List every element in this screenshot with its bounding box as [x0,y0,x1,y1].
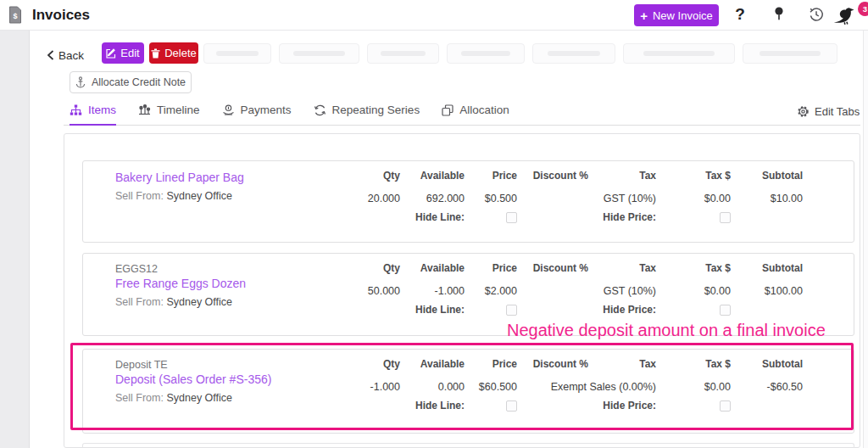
tab-timeline-label: Timeline [157,104,200,116]
hide-price-label: Hide Price: [517,211,656,223]
timeline-icon [138,104,151,116]
hide-price-label: Hide Price: [517,400,656,412]
question-mark-icon: ? [735,5,745,24]
hide-options: Hide Line: Hide Price: [328,400,803,412]
help-button[interactable]: ? [729,3,751,25]
tab-bar: Items Timeline Payments Repeating Series… [64,100,860,126]
column-headers: QtyAvailable PriceDiscount % TaxTax $ Su… [328,262,803,274]
tab-timeline[interactable]: Timeline [138,104,200,126]
product-sku: EGGS12 [115,262,246,276]
hide-line-label: Hide Line: [328,400,465,412]
repeat-icon [314,104,326,116]
trash-icon [151,48,160,59]
disabled-toolbar-button[interactable] [743,43,837,64]
notification-badge: 3 [858,2,868,16]
tab-items-label: Items [88,104,116,116]
line-item-card: Bakery Lined Paper Bag Sell From: Sydney… [82,160,854,243]
invoice-document-icon: $ [8,6,22,24]
items-panel: Bakery Lined Paper Bag Sell From: Sydney… [64,133,860,448]
disabled-toolbar-button[interactable] [623,43,735,64]
hide-price-checkbox[interactable] [720,305,731,316]
delete-button[interactable]: Delete [149,42,198,64]
back-button[interactable]: Back [47,45,84,65]
bird-icon [832,4,854,25]
price-value: $0.500 [465,193,517,204]
allocate-icon [75,76,86,88]
product-name-link[interactable]: Free Range Eggs Dozen [115,276,246,292]
disabled-toolbar-button[interactable] [279,43,359,64]
tab-payments[interactable]: Payments [222,104,292,126]
row-values: 50.000 -1.000 $2.000 GST (10%) $0.00 $10… [328,285,803,297]
tab-allocation-label: Allocation [459,104,509,116]
new-invoice-button[interactable]: + New Invoice [634,4,719,26]
available-value: 0.000 [400,381,465,393]
allocate-credit-note-label: Allocate Credit Note [92,76,186,88]
chevron-left-icon [47,50,54,60]
hide-options: Hide Line: Hide Price: [328,211,803,223]
product-name-link[interactable]: Bakery Lined Paper Bag [115,170,244,186]
available-value: 692.000 [400,193,465,204]
disabled-toolbar-button[interactable] [447,43,525,64]
allocate-credit-note-button[interactable]: Allocate Credit Note [70,71,192,93]
tab-repeating-series-label: Repeating Series [332,104,420,116]
tax-value: GST (10%) [588,193,656,204]
notifications-button[interactable] [832,3,854,25]
edit-pencil-icon [106,48,116,59]
column-headers: QtyAvailable PriceDiscount % TaxTax $ Su… [328,170,803,182]
sell-from: Sell From: Sydney Office [115,391,271,405]
pin-icon [772,6,786,23]
page-title: Invoices [32,7,90,24]
hide-line-checkbox[interactable] [506,305,517,316]
hide-price-checkbox[interactable] [720,400,731,412]
plus-icon: + [640,9,648,22]
disabled-toolbar-button[interactable] [203,43,271,64]
hide-line-checkbox[interactable] [506,212,517,223]
discount-value [517,285,588,297]
product-sku: Deposit TE [115,358,271,372]
back-label: Back [58,49,84,62]
product-name-link[interactable]: Deposit (Sales Order #S-356) [115,372,271,388]
sell-from: Sell From: Sydney Office [115,189,244,203]
sell-from: Sell From: Sydney Office [115,295,246,309]
tab-allocation[interactable]: Allocation [442,104,509,126]
edit-tabs-button[interactable]: Edit Tabs [797,105,860,118]
history-icon [808,6,825,23]
edit-button[interactable]: Edit [102,42,144,64]
subtotal-value: -$60.50 [731,381,803,393]
discount-value [517,193,588,204]
allocation-copy-icon [442,104,453,116]
subtotal-value: $100.00 [731,285,803,297]
hide-price-checkbox[interactable] [720,212,731,223]
disabled-toolbar-button[interactable] [532,43,615,64]
tax-amount-value: $0.00 [656,285,731,297]
hide-line-label: Hide Line: [328,304,465,316]
hide-line-label: Hide Line: [328,211,465,223]
history-button[interactable] [805,3,827,25]
svg-text:$: $ [13,12,17,20]
qty-value: 50.000 [328,285,400,297]
row-values: 20.000 692.000 $0.500 GST (10%) $0.00 $1… [328,193,803,204]
collapsed-sidebar [0,31,30,448]
qty-value: -1.000 [328,381,400,393]
annotation-text: Negative deposit amount on a final invoi… [507,321,826,340]
tax-value: GST (10%) [588,285,656,297]
available-value: -1.000 [400,285,465,297]
price-value: $60.500 [465,381,517,393]
new-invoice-label: New Invoice [653,9,713,22]
pin-button[interactable] [768,3,790,25]
hide-line-checkbox[interactable] [506,400,517,412]
price-value: $2.000 [465,285,517,297]
delete-label: Delete [164,47,197,59]
tax-value: Exempt Sales (0.00%) [588,381,656,393]
tax-amount-value: $0.00 [656,193,731,204]
items-sitemap-icon [70,104,82,116]
subtotal-value: $10.00 [731,193,803,204]
gear-icon [797,105,810,118]
disabled-toolbar-button[interactable] [367,43,439,64]
tab-payments-label: Payments [241,104,292,116]
tab-repeating-series[interactable]: Repeating Series [314,104,420,126]
app-header: $ Invoices + New Invoice ? 3 [0,0,868,31]
tab-items[interactable]: Items [70,104,116,126]
scrollbar[interactable] [863,31,868,448]
column-headers: QtyAvailable PriceDiscount % TaxTax $ Su… [328,358,803,370]
